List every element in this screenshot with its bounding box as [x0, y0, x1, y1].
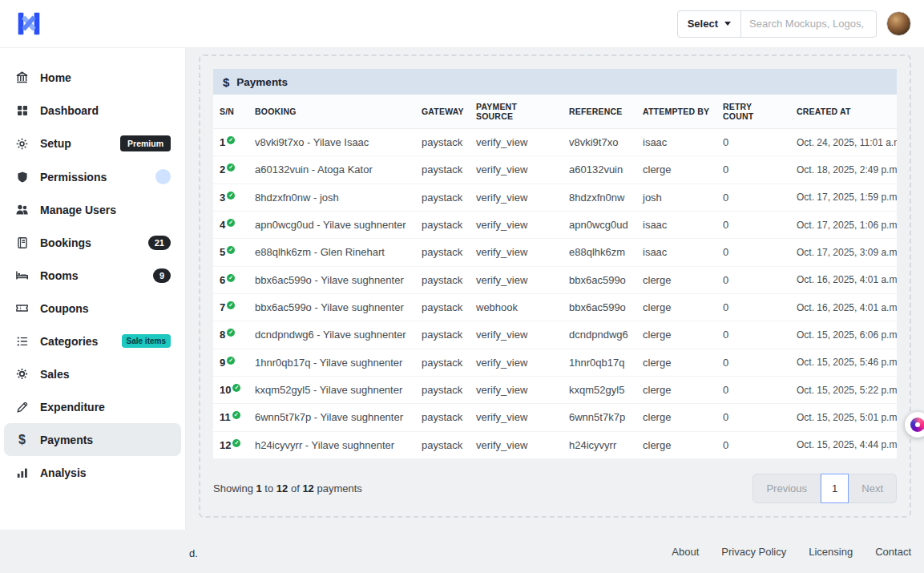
sidebar: Home Dashboard Setup Premium Permissions…: [0, 48, 186, 530]
verified-check-icon: ✓: [232, 411, 240, 419]
table-row: 3✓ 8hdzxfn0nw - josh paystack verify_vie…: [213, 184, 897, 211]
payments-table: S/N BOOKING GATEWAY PAYMENT SOURCE REFER…: [213, 95, 897, 459]
payment-source-cell: verify_view: [470, 349, 563, 376]
sidebar-item-label: Coupons: [40, 302, 89, 315]
footer-copyright-fragment: d.: [189, 547, 198, 559]
retry-count-cell: 0: [716, 184, 790, 211]
floating-widget-button[interactable]: [905, 412, 924, 438]
sidebar-item-coupons[interactable]: Coupons: [4, 292, 181, 325]
user-avatar[interactable]: [886, 11, 911, 36]
footer-link-about[interactable]: About: [672, 546, 699, 558]
sn-cell: 4✓: [213, 211, 248, 238]
payment-source-cell: verify_view: [470, 266, 563, 293]
reference-cell: bbx6ac599o: [563, 266, 636, 293]
booking-cell: bbx6ac599o - Yilave sughnenter: [248, 293, 415, 321]
sn-number: 10: [220, 384, 231, 396]
sidebar-item-categories[interactable]: Categories Sale items: [4, 325, 181, 357]
current-page-button[interactable]: 1: [821, 474, 849, 503]
created-at-cell: Oct. 15, 2025, 5:46 p.m.: [790, 349, 897, 376]
gateway-cell: paystack: [415, 211, 470, 238]
table-header-row: S/N BOOKING GATEWAY PAYMENT SOURCE REFER…: [213, 95, 897, 129]
footer-link-privacy-policy[interactable]: Privacy Policy: [721, 546, 786, 558]
gateway-cell: paystack: [415, 349, 470, 376]
column-header-sn: S/N: [213, 95, 248, 129]
permissions-count-badge: [155, 169, 171, 184]
list-icon: [14, 333, 30, 349]
booking-cell: kxqm52gyl5 - Yilave sughnenter: [248, 376, 415, 403]
payment-source-cell: verify_view: [470, 156, 563, 184]
previous-page-button[interactable]: Previous: [753, 474, 821, 503]
topbar-controls: Select: [677, 10, 911, 38]
sn-number: 2: [220, 164, 225, 176]
verified-check-icon: ✓: [227, 301, 235, 309]
next-page-button[interactable]: Next: [849, 474, 897, 503]
sidebar-item-dashboard[interactable]: Dashboard: [4, 94, 181, 127]
pagination: Previous 1 Next: [753, 474, 897, 503]
table-row: 2✓ a60132vuin - Atoga Kator paystack ver…: [213, 156, 897, 184]
payment-source-cell: webhook: [470, 293, 563, 321]
sidebar-item-home[interactable]: Home: [4, 61, 181, 94]
sn-number: 1: [220, 136, 225, 148]
booking-cell: e88qlhk6zm - Glen Rinehart: [248, 239, 415, 266]
topbar: Select: [0, 0, 924, 48]
sidebar-item-expenditure[interactable]: Expenditure: [4, 390, 181, 423]
sidebar-item-manage-users[interactable]: Manage Users: [4, 193, 181, 226]
results-summary: Showing 1 to 12 of 12 payments: [213, 482, 362, 494]
sidebar-item-setup[interactable]: Setup Premium: [4, 127, 181, 160]
attempted-by-cell: isaac: [636, 211, 716, 238]
shield-icon: [14, 169, 30, 184]
verified-check-icon: ✓: [227, 357, 235, 365]
attempted-by-cell: clerge: [636, 321, 716, 349]
payment-source-cell: verify_view: [470, 211, 563, 238]
table-row: 10✓ kxqm52gyl5 - Yilave sughnenter payst…: [213, 376, 897, 403]
reference-cell: 8hdzxfn0nw: [563, 184, 636, 211]
sidebar-item-bookings[interactable]: Bookings 21: [4, 226, 181, 259]
created-at-cell: Oct. 24, 2025, 11:01 a.m.: [790, 129, 897, 156]
footer-link-licensing[interactable]: Licensing: [809, 546, 853, 558]
sn-cell: 7✓: [213, 293, 248, 321]
search-category-select[interactable]: Select: [677, 10, 741, 38]
sn-cell: 5✓: [213, 239, 248, 266]
app-logo[interactable]: [13, 8, 45, 40]
payment-source-cell: verify_view: [470, 239, 563, 266]
created-at-cell: Oct. 18, 2025, 2:49 p.m.: [790, 156, 897, 184]
sn-number: 6: [220, 274, 225, 286]
sidebar-item-label: Home: [40, 71, 71, 84]
booking-cell: h24icyvyrr - Yilave sughnenter: [248, 431, 415, 458]
sidebar-item-label: Categories: [40, 335, 98, 348]
attempted-by-cell: clerge: [636, 404, 716, 431]
verified-check-icon: ✓: [232, 384, 240, 392]
sidebar-item-payments[interactable]: $ Payments: [4, 423, 181, 456]
booking-cell: 8hdzxfn0nw - josh: [248, 184, 415, 211]
ticket-icon: [14, 301, 30, 316]
sn-cell: 11✓: [213, 404, 248, 431]
summary-part: of: [291, 482, 300, 494]
created-at-cell: Oct. 16, 2025, 4:01 a.m.: [790, 293, 897, 321]
retry-count-cell: 0: [716, 239, 790, 266]
sidebar-item-rooms[interactable]: Rooms 9: [4, 259, 181, 292]
booking-cell: apn0wcg0ud - Yilave sughnenter: [248, 211, 415, 238]
sn-number: 11: [220, 412, 231, 424]
attempted-by-cell: josh: [636, 184, 716, 211]
premium-badge: Premium: [120, 135, 171, 151]
sn-cell: 6✓: [213, 266, 248, 293]
bookings-count-badge: 21: [148, 236, 171, 250]
sidebar-item-analysis[interactable]: Analysis: [4, 456, 181, 489]
search-input[interactable]: [740, 10, 877, 38]
summary-part: to: [264, 482, 273, 494]
sn-number: 7: [220, 301, 225, 313]
sn-cell: 3✓: [213, 184, 248, 211]
sn-number: 3: [220, 192, 225, 204]
gateway-cell: paystack: [415, 266, 470, 293]
verified-check-icon: ✓: [227, 246, 235, 254]
attempted-by-cell: clerge: [636, 349, 716, 376]
footer-link-contact[interactable]: Contact: [875, 546, 911, 558]
table-row: 8✓ dcndpndwg6 - Yilave sughnenter paysta…: [213, 321, 897, 349]
pen-icon: [14, 399, 30, 414]
users-icon: [14, 202, 30, 217]
sidebar-item-sales[interactable]: Sales: [4, 357, 181, 390]
rooms-count-badge: 9: [153, 268, 171, 283]
column-header-created-at: CREATED AT: [790, 95, 897, 129]
reference-cell: dcndpndwg6: [563, 321, 636, 349]
sidebar-item-permissions[interactable]: Permissions: [4, 160, 181, 193]
